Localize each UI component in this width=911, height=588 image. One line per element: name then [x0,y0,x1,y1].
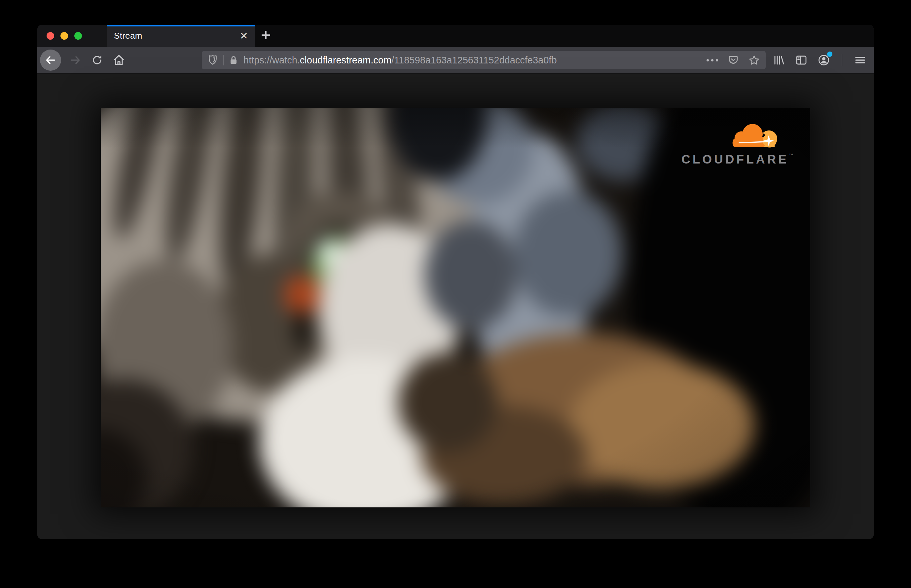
back-icon [45,54,57,66]
account-button[interactable] [816,52,832,68]
video-vignette [101,108,810,507]
window-controls [37,25,107,47]
close-icon[interactable] [47,32,54,40]
forward-icon [69,54,81,66]
home-button[interactable] [109,50,129,70]
bookmark-star-icon[interactable] [748,55,760,65]
video-player[interactable]: CLOUDFLARE™ [101,108,810,507]
sidebar-button[interactable] [793,52,809,68]
tab-title: Stream [114,31,237,41]
pocket-icon[interactable] [728,55,738,65]
url-path: /118598a163a125631152ddaccfe3a0fb [391,55,557,65]
tracking-protection-shield-icon[interactable] [208,55,218,65]
library-button[interactable] [771,52,787,68]
toolbar-right [771,52,868,68]
url-bar[interactable]: https://watch.cloudflarestream.com/11859… [202,51,766,69]
tab-close-icon[interactable]: ✕ [237,30,251,42]
cloudflare-logo: CLOUDFLARE™ [682,123,790,166]
reload-button[interactable] [87,50,107,70]
meatball-menu-icon[interactable] [706,59,718,61]
minimize-icon[interactable] [60,32,68,40]
cloudflare-cloud-icon [726,123,781,150]
home-icon [112,53,126,67]
cloudflare-trademark: ™ [789,153,793,158]
zoom-icon[interactable] [74,32,82,40]
tab-bar: Stream ✕ + [37,25,874,47]
toolbar-separator [842,54,842,66]
url-scheme: https://watch. [244,55,300,65]
hamburger-menu-icon [854,55,866,65]
account-notification-badge [827,52,832,57]
browser-window: Stream ✕ + [37,25,874,539]
reload-icon [91,54,103,66]
forward-button[interactable] [66,50,85,70]
page-content: CLOUDFLARE™ [37,74,874,539]
lock-icon[interactable] [229,55,238,65]
menu-button[interactable] [852,52,868,68]
urlbar-divider [223,55,224,65]
library-icon [773,54,785,66]
url-text: https://watch.cloudflarestream.com/11859… [244,55,700,66]
page-actions [706,55,760,65]
url-domain: cloudflarestream.com [300,55,391,65]
new-tab-button[interactable]: + [255,25,276,47]
cloudflare-wordmark-text: CLOUDFLARE [682,153,789,166]
tab-stream[interactable]: Stream ✕ [107,25,255,47]
cloudflare-wordmark: CLOUDFLARE™ [682,153,790,166]
sidebar-icon [795,54,808,66]
back-button[interactable] [40,50,61,71]
new-tab-icon: + [261,26,271,44]
navigation-toolbar: https://watch.cloudflarestream.com/11859… [37,47,874,74]
